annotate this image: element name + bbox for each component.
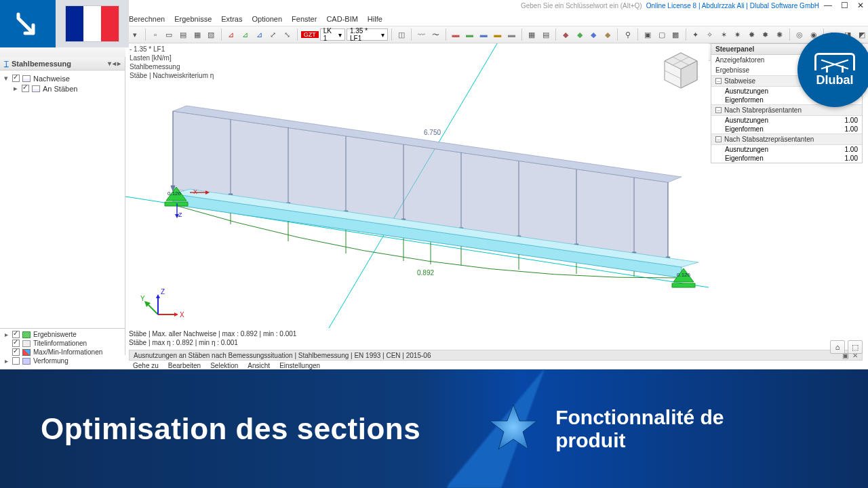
opt-verformung[interactable]: ▸Verformung	[3, 357, 122, 365]
a5-icon[interactable]: ✸	[745, 28, 758, 41]
sub-bearbeiten[interactable]: Bearbeiten	[168, 362, 201, 369]
b1-icon[interactable]: ◎	[793, 28, 806, 41]
tables-icon[interactable]: ▦	[526, 28, 538, 41]
menu-hilfe[interactable]: Hilfe	[368, 15, 382, 23]
a2-icon[interactable]: ✧	[703, 28, 716, 41]
nav-next-icon[interactable]: ▸	[117, 60, 121, 67]
sub-gehezu[interactable]: Gehe zu	[133, 362, 159, 369]
grp3-icon[interactable]: ◆	[587, 28, 600, 41]
svg-text:X: X	[193, 188, 197, 195]
a7-icon[interactable]: ✺	[773, 28, 786, 41]
flag-white	[83, 6, 101, 41]
home-view-icon[interactable]: ⌂	[830, 340, 845, 354]
t-a-icon[interactable]: 〰	[415, 28, 428, 41]
grp4-icon[interactable]: ◆	[601, 28, 614, 41]
table-icon	[22, 75, 31, 82]
opt-ergebniswerte[interactable]: ▸Ergebniswerte	[3, 330, 122, 339]
nav-prev-icon[interactable]: ◂	[113, 60, 116, 67]
checkbox[interactable]	[22, 85, 29, 92]
a1-icon[interactable]: ✦	[690, 28, 703, 41]
expand-icon[interactable]: ▸	[12, 84, 19, 93]
loadcase-combo[interactable]: LK 1▾	[320, 28, 345, 41]
grp2-icon[interactable]: ◆	[573, 28, 586, 41]
navigator-title: ⌶ Stahlbemessung ▾ ◂ ▸	[0, 57, 125, 70]
iso-view-icon[interactable]: ⬚	[848, 340, 863, 354]
promo-subtitle: Fonctionnalité deproduit	[555, 405, 724, 452]
menu-cadbim[interactable]: CAD-BIM	[326, 15, 357, 23]
a3-icon[interactable]: ✶	[717, 28, 730, 41]
opt-titelinfo[interactable]: Titelinformationen	[3, 339, 122, 348]
row-eigenformen-3[interactable]: Eigenformen1.00	[711, 154, 862, 163]
expand-icon[interactable]: ▾	[3, 74, 9, 83]
a4-icon[interactable]: ✷	[731, 28, 744, 41]
misc-c-icon[interactable]: ▩	[669, 28, 682, 41]
menu-optionen[interactable]: Optionen	[252, 15, 282, 23]
maximize-button[interactable]: ☐	[840, 1, 849, 10]
open-icon[interactable]: ▭	[163, 28, 176, 41]
dlubal-badge: Dlubal	[797, 33, 868, 107]
checkbox[interactable]	[12, 357, 20, 365]
row-ausnutzungen-2[interactable]: Ausnutzungen1.00	[711, 116, 862, 125]
shade2-icon[interactable]: ▬	[463, 28, 476, 41]
menu-berechnen[interactable]: Berechnen	[129, 15, 165, 23]
axis-triad: X Y Z	[140, 288, 184, 319]
menubar: Berechnen Ergebnisse Extras Optionen Fen…	[0, 12, 868, 26]
tables2-icon[interactable]: ▤	[539, 28, 552, 41]
view-cube[interactable]	[660, 50, 701, 91]
grp1-icon[interactable]: ◆	[559, 28, 572, 41]
opt-maxmin[interactable]: Max/Min-Informationen	[3, 348, 122, 357]
view2-icon[interactable]: ⤡	[281, 28, 294, 41]
titlebar: Geben Sie ein Schlüsselwort ein (Alt+Q) …	[0, 0, 868, 12]
print-icon[interactable]: ▦	[191, 28, 203, 41]
misc-b-icon[interactable]: ▢	[655, 28, 668, 41]
nav-dropdown-icon[interactable]: ▾	[108, 60, 111, 67]
misc-a-icon[interactable]: ▣	[642, 28, 654, 41]
viewport-tool-buttons: ⌂ ⬚	[830, 340, 863, 354]
new-icon[interactable]: ▫	[149, 28, 162, 41]
search2-icon[interactable]: ⚲	[621, 28, 634, 41]
row-ausnutzungen-3[interactable]: Ausnutzungen1.00	[711, 145, 862, 154]
menu-extras[interactable]: Extras	[221, 15, 242, 23]
model-viewport[interactable]: - 1.35 * LF1 Lasten [kN/m] Stahlbemessun…	[125, 43, 709, 329]
view-icon[interactable]: ⤢	[267, 28, 279, 41]
sub-einstellungen[interactable]: Einstellungen	[279, 362, 320, 369]
cube-icon[interactable]: ◫	[395, 28, 408, 41]
tree-an-staeben[interactable]: ▸ An Stäben	[3, 83, 122, 94]
flag-france	[56, 0, 129, 47]
close-button[interactable]: ✕	[856, 1, 865, 10]
t-b-icon[interactable]: 〜	[429, 28, 442, 41]
checkbox[interactable]	[12, 331, 20, 338]
shade1-icon[interactable]: ▬	[450, 28, 462, 41]
tree-nachweise[interactable]: ▾ Nachweise	[3, 73, 122, 83]
search-hint[interactable]: Geben Sie ein Schlüsselwort ein (Alt+Q)	[521, 2, 642, 9]
navigator-panel: ⌶ Stahlbemessung ▾ ◂ ▸ ▾ Nachweise ▸ An …	[0, 57, 125, 355]
a6-icon[interactable]: ✹	[760, 28, 772, 41]
svg-marker-37	[165, 202, 188, 206]
copy-icon[interactable]: ▧	[205, 28, 218, 41]
axis-y-icon[interactable]: ⊿	[239, 28, 252, 41]
svg-text:0.126: 0.126	[167, 190, 182, 197]
shade5-icon[interactable]: ▬	[505, 28, 518, 41]
minmax-icon	[22, 349, 31, 356]
axis-z-icon[interactable]: ⊿	[253, 28, 266, 41]
checkbox[interactable]	[12, 348, 20, 356]
title-icon	[22, 340, 31, 347]
row-eigenformen-2[interactable]: Eigenformen1.00	[711, 125, 862, 134]
sub-selektion[interactable]: Selektion	[210, 362, 238, 369]
checkbox[interactable]	[12, 75, 20, 82]
axis-x-icon[interactable]: ⊿	[225, 28, 238, 41]
tool-generic-icon[interactable]: ▾	[129, 28, 142, 41]
menu-ergebnisse[interactable]: Ergebnisse	[174, 15, 212, 23]
grp-stabsatzrep[interactable]: –Nach Stabsatzrepräsentanten	[711, 134, 862, 145]
shade3-icon[interactable]: ▬	[477, 28, 490, 41]
minimize-button[interactable]: —	[823, 1, 833, 10]
loadcombo-combo[interactable]: 1.35 * LF1▾	[347, 28, 388, 41]
sub-ansicht[interactable]: Ansicht	[248, 362, 270, 369]
save-icon[interactable]: ▤	[177, 28, 190, 41]
menu-fenster[interactable]: Fenster	[292, 15, 317, 23]
lc-tag: GZT	[301, 31, 319, 38]
checkbox[interactable]	[12, 340, 20, 347]
shade4-icon[interactable]: ▬	[491, 28, 504, 41]
c3-icon[interactable]: ◩	[855, 28, 868, 41]
svg-marker-49	[174, 312, 178, 317]
